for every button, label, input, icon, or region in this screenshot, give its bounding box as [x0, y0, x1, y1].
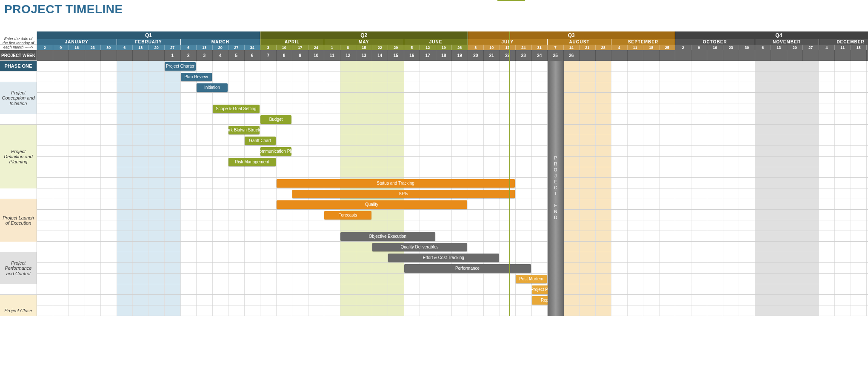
day-header: 31	[532, 45, 548, 50]
day-header: 6	[117, 45, 133, 50]
day-header: 28	[596, 45, 612, 50]
project-week-cell	[580, 50, 596, 61]
project-week-cell	[851, 50, 867, 61]
project-week-cell	[643, 50, 660, 61]
day-header: 9	[53, 45, 69, 50]
gantt-bar[interactable]: Project Charter	[165, 62, 196, 71]
month-header: SEPTEMBER	[611, 39, 675, 45]
gantt-bar[interactable]: KPIs	[292, 190, 515, 198]
day-header: 4	[819, 45, 835, 50]
gantt-bar[interactable]: Budget	[260, 115, 291, 124]
project-week-cell	[69, 50, 85, 61]
project-week-cell	[739, 50, 755, 61]
day-header: 16	[707, 45, 723, 50]
day-header: 21	[580, 45, 596, 50]
day-header: 29	[388, 45, 404, 50]
day-header: 3	[260, 45, 277, 50]
day-header: 27	[228, 45, 245, 50]
project-week-cell	[675, 50, 691, 61]
day-header: 22	[372, 45, 388, 50]
day-header: 10	[484, 45, 500, 50]
gantt-bar[interactable]: Scope & Goal Setting	[213, 105, 260, 113]
project-week-cell: 11	[324, 50, 340, 61]
project-week-cell	[37, 50, 53, 61]
project-week-cell: 22	[500, 50, 516, 61]
day-header: 18	[643, 45, 660, 50]
day-header: 23	[723, 45, 740, 50]
project-week-cell: 10	[308, 50, 325, 61]
day-header: 19	[436, 45, 452, 50]
day-header: 30	[101, 45, 117, 50]
day-header: 7	[548, 45, 564, 50]
gantt-bar[interactable]: Effort & Cost Tracking	[388, 254, 499, 262]
gantt-bar[interactable]: Status and Tracking	[277, 179, 515, 188]
project-week-cell	[596, 50, 612, 61]
day-header: 4	[611, 45, 628, 50]
gantt-bar[interactable]: Objective Execution	[340, 232, 435, 241]
day-header: 27	[803, 45, 819, 50]
project-week-cell: 13	[356, 50, 372, 61]
project-week-cell: 20	[468, 50, 484, 61]
project-week-cell: 18	[436, 50, 452, 61]
project-week-cell: 12	[340, 50, 357, 61]
gantt-bar[interactable]: Gantt Chart	[245, 137, 276, 145]
project-week-cell	[611, 50, 628, 61]
month-header: NOVEMBER	[755, 39, 819, 45]
project-week-cell: 16	[404, 50, 420, 61]
day-header: 27	[165, 45, 181, 50]
project-week-cell: 23	[516, 50, 532, 61]
project-week-cell: 3	[197, 50, 213, 61]
page-title: PROJECT TIMELINE	[0, 0, 868, 19]
day-header: 2	[675, 45, 691, 50]
gantt-bar[interactable]: Performance	[404, 264, 531, 273]
day-header: 34	[245, 45, 261, 50]
month-header: JANUARY	[37, 39, 117, 45]
project-week-cell: 24	[532, 50, 548, 61]
phase-sub-header: Project Performance and Control	[0, 252, 37, 284]
phase-sub-header: Project Conception and Initiation	[0, 82, 37, 114]
gantt-bar[interactable]: Quality Deliverables	[372, 243, 467, 251]
project-week-cell: 8	[277, 50, 293, 61]
day-header: 26	[452, 45, 468, 50]
side-note: Enter the date of the first Monday of ea…	[0, 45, 37, 50]
phase-sub-header: Project Definition and Planning	[0, 125, 37, 188]
project-week-cell	[787, 50, 803, 61]
gantt-bar[interactable]: Quality	[277, 200, 467, 209]
quarter-header: Q2	[260, 31, 468, 39]
day-header: 9	[691, 45, 708, 50]
project-week-cell	[133, 50, 149, 61]
project-week-cell	[101, 50, 117, 61]
project-week-cell: 26	[564, 50, 580, 61]
month-header: MAY	[324, 39, 404, 45]
month-header: APRIL	[260, 39, 324, 45]
gantt-bar[interactable]: Work Bkdwn Structure	[228, 126, 260, 134]
project-end-column: PROJECT END	[548, 61, 564, 316]
month-header: AUGUST	[548, 39, 611, 45]
gantt-bar[interactable]: Initiation	[197, 83, 228, 92]
day-header: 1	[324, 45, 340, 50]
day-header: 20	[213, 45, 229, 50]
project-week-cell	[628, 50, 644, 61]
month-header: FEBRUARY	[117, 39, 181, 45]
day-header: 10	[277, 45, 293, 50]
day-header: 17	[500, 45, 516, 50]
project-week-cell	[707, 50, 723, 61]
day-header: 6	[755, 45, 771, 50]
day-header: 13	[133, 45, 149, 50]
gantt-bar[interactable]: Risk Management	[228, 158, 276, 166]
phase-sub-header: Project Close	[0, 295, 37, 316]
day-header: 15	[356, 45, 372, 50]
project-week-cell: 5	[228, 50, 245, 61]
quarter-header: Q4	[675, 31, 868, 39]
gantt-bar[interactable]: Communication Plan	[260, 147, 291, 156]
project-week-cell: 19	[452, 50, 468, 61]
gantt-bar[interactable]: Plan Review	[181, 73, 212, 81]
day-header: 25	[660, 45, 676, 50]
month-header: OCTOBER	[675, 39, 755, 45]
project-week-cell	[835, 50, 851, 61]
gantt-bar[interactable]: Post Mortem	[516, 275, 547, 283]
project-week-cell: 7	[260, 50, 277, 61]
gantt-bar[interactable]: Forecasts	[324, 211, 371, 220]
project-week-cell	[755, 50, 771, 61]
gantt-body: PROJECT END PHASE ONEProject CharterProj…	[0, 61, 868, 316]
